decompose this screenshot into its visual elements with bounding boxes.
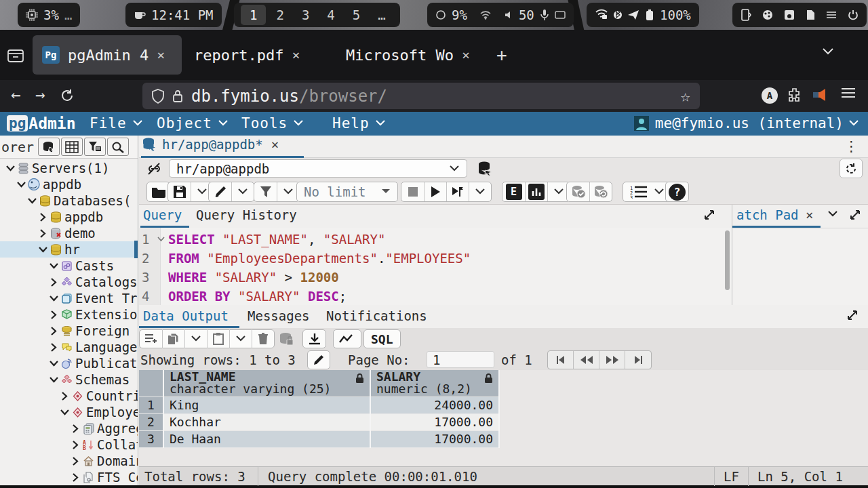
tab-data-output[interactable]: Data Output — [143, 308, 229, 323]
cpu-indicator[interactable]: 3% … — [18, 3, 80, 27]
tree-item-aggreg[interactable]: Aggreg — [0, 420, 138, 436]
tree-item-appdb[interactable]: appdb — [0, 209, 138, 225]
tree-item-domain[interactable]: Domain — [0, 453, 138, 469]
execute-options-button[interactable] — [446, 182, 469, 201]
query-tool-tab[interactable]: hr/app@appdb* × — [142, 137, 279, 152]
collapse-icon[interactable] — [37, 246, 49, 253]
clock[interactable]: 12:41 PM — [125, 3, 222, 27]
tree-item-event-tr[interactable]: Event Tr — [0, 290, 138, 306]
collapse-icon[interactable] — [15, 181, 27, 188]
add-row-icon[interactable] — [140, 329, 162, 348]
browser-tab-word[interactable]: Microsoft Wo × — [336, 35, 484, 75]
expand-icon[interactable] — [69, 424, 81, 434]
firefox-view-icon[interactable] — [7, 47, 24, 64]
menu-object[interactable]: Object — [157, 115, 228, 131]
transaction-group[interactable] — [566, 182, 612, 202]
tab-close-icon[interactable]: × — [292, 47, 300, 63]
macros-button[interactable]: 123 — [623, 182, 671, 201]
edit-group[interactable] — [208, 182, 254, 202]
filter-tree-button[interactable] — [84, 138, 106, 156]
scratch-chevron-icon[interactable] — [827, 210, 838, 218]
collapse-icon[interactable] — [47, 262, 60, 270]
first-page-icon[interactable] — [548, 351, 574, 369]
tree-item-extensio[interactable]: Extensio — [0, 306, 138, 323]
menu-tools[interactable]: Tools — [241, 115, 303, 131]
next-page-icon[interactable] — [599, 351, 625, 369]
connection-status-icon[interactable] — [142, 159, 167, 178]
explain-analyze-button[interactable] — [525, 182, 547, 201]
tree-item-schemas[interactable]: Schemas — [0, 371, 138, 388]
macros-group[interactable]: 123 — [623, 182, 671, 202]
query-tab-close-icon[interactable]: × — [271, 137, 279, 152]
open-file-button[interactable] — [146, 182, 170, 202]
system-tray[interactable] — [732, 3, 867, 27]
user-menu[interactable]: me@fymio.us (internal) — [633, 115, 859, 131]
execute-play-button[interactable] — [424, 182, 446, 201]
scratch-pad-body[interactable] — [732, 228, 868, 305]
tab-query[interactable]: Query — [143, 207, 182, 222]
tree-item-collat[interactable]: ABCollat — [0, 436, 138, 453]
result-row-3[interactable]: 3De Haan17000.00 — [139, 430, 499, 447]
expand-icon[interactable] — [37, 212, 49, 222]
collapse-icon[interactable] — [47, 295, 60, 302]
collapse-icon[interactable] — [58, 409, 71, 416]
bookmark-star-icon[interactable]: ☆ — [681, 87, 690, 106]
tab-messages[interactable]: Messages — [248, 308, 310, 323]
save-icon[interactable] — [168, 182, 191, 201]
expand-editor-icon[interactable] — [703, 209, 715, 221]
expand-icon[interactable] — [69, 440, 81, 450]
expand-icon[interactable] — [37, 228, 49, 239]
sql-button[interactable]: SQL — [363, 329, 401, 348]
back-icon[interactable]: ← — [11, 85, 20, 104]
tree-item-appdb[interactable]: appdb — [0, 176, 138, 192]
scratch-pad-tab[interactable]: atch Pad — [736, 207, 799, 222]
tabs-dropdown-icon[interactable] — [822, 47, 834, 56]
tree-item-fts-co[interactable]: FTS Co — [0, 469, 138, 485]
reload-icon[interactable] — [60, 88, 75, 103]
tree-item-foreign-d[interactable]: Foreign D — [0, 323, 138, 339]
paste-dropdown-icon[interactable] — [229, 329, 252, 348]
workspace-5[interactable]: 5 — [345, 6, 368, 24]
browser-tab-pgadmin[interactable]: Pg pgAdmin 4 × — [33, 35, 182, 75]
url-bar[interactable]: db.fymio.us/browser/ ☆ — [142, 83, 700, 109]
collapse-icon[interactable] — [47, 376, 60, 384]
page-number-input[interactable]: 1 — [427, 351, 494, 368]
menu-help[interactable]: Help — [332, 115, 385, 131]
resource-indicators[interactable]: 9% 50 — [427, 3, 574, 27]
execute-dropdown-icon[interactable] — [469, 182, 491, 201]
kebab-menu-icon[interactable]: ⋮ — [844, 138, 859, 155]
grid-view-button[interactable] — [61, 138, 83, 156]
expand-scratch-icon[interactable] — [849, 209, 861, 221]
expand-icon[interactable] — [47, 310, 60, 320]
explain-button[interactable]: E — [502, 182, 525, 201]
sql-editor[interactable]: 1 234 SELECT "LAST_NAME", "SALARY"FROM "… — [139, 228, 732, 305]
tree-item-countri[interactable]: Countri — [0, 388, 138, 404]
last-page-icon[interactable] — [625, 351, 651, 369]
filter-icon[interactable] — [254, 182, 277, 201]
copy-icon[interactable] — [162, 329, 184, 348]
expand-icon[interactable] — [58, 391, 71, 401]
expand-icon[interactable] — [47, 326, 60, 336]
editor-scrollbar[interactable] — [725, 230, 730, 290]
expand-icon[interactable] — [69, 456, 81, 466]
graph-visualiser-button[interactable] — [333, 329, 361, 348]
rollback-icon[interactable] — [589, 182, 612, 201]
column-header-last_name[interactable]: LAST_NAMEcharacter varying (25) — [163, 370, 370, 396]
refresh-connection-button[interactable] — [840, 159, 863, 178]
save-file-group[interactable] — [167, 182, 214, 202]
tree-item-employe[interactable]: Employe — [0, 404, 138, 420]
tab-close-icon[interactable]: × — [462, 47, 470, 63]
expand-data-output-icon[interactable] — [846, 309, 859, 321]
edit-rows-button[interactable] — [307, 350, 330, 369]
account-icon[interactable]: A — [761, 87, 778, 104]
commit-icon[interactable] — [567, 182, 589, 201]
browser-tab-report[interactable]: report.pdf × — [184, 35, 334, 75]
menu-file[interactable]: File — [90, 115, 142, 131]
execute-group[interactable] — [401, 182, 492, 202]
tree-item-servers-1-[interactable]: Servers(1) — [0, 160, 138, 176]
tab-query-history[interactable]: Query History — [196, 207, 297, 222]
forward-icon[interactable]: → — [35, 85, 45, 104]
workspace-4[interactable]: 4 — [319, 6, 342, 24]
stop-button[interactable] — [401, 182, 424, 201]
corner-header-cell[interactable] — [139, 370, 163, 396]
